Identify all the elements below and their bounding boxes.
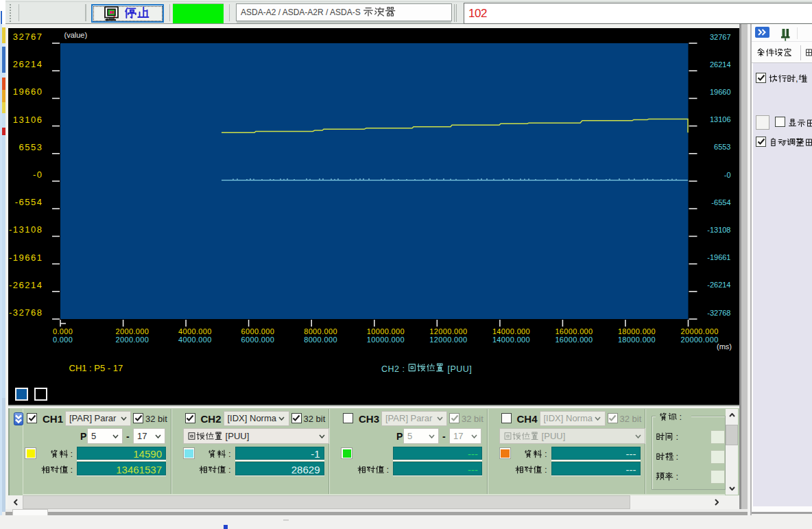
svg-text:13106: 13106 — [710, 115, 731, 124]
svg-text:6553: 6553 — [714, 143, 730, 151]
svg-text:-19661: -19661 — [707, 253, 730, 261]
svg-text:8000.000: 8000.000 — [304, 327, 337, 336]
svg-text:32767: 32767 — [710, 33, 731, 41]
svg-text:0.000: 0.000 — [53, 336, 73, 344]
svg-text:(ms): (ms) — [717, 342, 732, 351]
svg-text:-32768: -32768 — [9, 307, 43, 318]
svg-text:12000.000: 12000.000 — [429, 336, 467, 344]
svg-text:14000.000: 14000.000 — [492, 336, 530, 344]
svg-text:6000.000: 6000.000 — [241, 327, 275, 336]
svg-text:20000.000: 20000.000 — [681, 327, 719, 336]
svg-text:-32768: -32768 — [707, 309, 730, 317]
svg-text:26214: 26214 — [710, 60, 731, 69]
svg-text:8000.000: 8000.000 — [304, 336, 337, 344]
svg-text:10000.000: 10000.000 — [367, 327, 405, 336]
svg-text:26214: 26214 — [13, 59, 43, 69]
svg-text:10000.000: 10000.000 — [367, 336, 405, 344]
svg-text:2000.000: 2000.000 — [116, 336, 150, 344]
svg-text:2000.000: 2000.000 — [116, 327, 150, 336]
svg-text:(value): (value) — [64, 31, 88, 39]
svg-text:12000.000: 12000.000 — [429, 327, 467, 336]
svg-text:-13108: -13108 — [9, 224, 43, 235]
svg-text:-0: -0 — [724, 171, 731, 179]
svg-text:18000.000: 18000.000 — [618, 327, 656, 336]
svg-text:32767: 32767 — [13, 32, 43, 42]
svg-text:18000.000: 18000.000 — [618, 336, 656, 344]
svg-text:0.000: 0.000 — [53, 327, 73, 336]
svg-text:-13108: -13108 — [707, 226, 730, 234]
svg-text:6553: 6553 — [19, 142, 43, 152]
svg-text:6000.000: 6000.000 — [241, 336, 275, 344]
svg-text:20000.000: 20000.000 — [681, 336, 719, 344]
svg-text:13106: 13106 — [13, 115, 43, 125]
svg-text:-26214: -26214 — [9, 280, 43, 290]
svg-text:19660: 19660 — [710, 88, 731, 96]
svg-text:19660: 19660 — [13, 86, 43, 97]
svg-text:16000.000: 16000.000 — [555, 327, 593, 336]
svg-text:-26214: -26214 — [707, 281, 730, 289]
svg-text:CH1 : P5 - 17: CH1 : P5 - 17 — [69, 363, 123, 373]
svg-text:16000.000: 16000.000 — [555, 336, 593, 344]
svg-text:-6554: -6554 — [711, 198, 730, 207]
svg-text:14000.000: 14000.000 — [492, 327, 530, 336]
svg-text:-0: -0 — [33, 169, 43, 180]
svg-text:4000.000: 4000.000 — [178, 327, 212, 336]
svg-text:4000.000: 4000.000 — [178, 336, 212, 344]
svg-text:-6554: -6554 — [15, 197, 43, 207]
svg-text:-19661: -19661 — [9, 252, 43, 263]
